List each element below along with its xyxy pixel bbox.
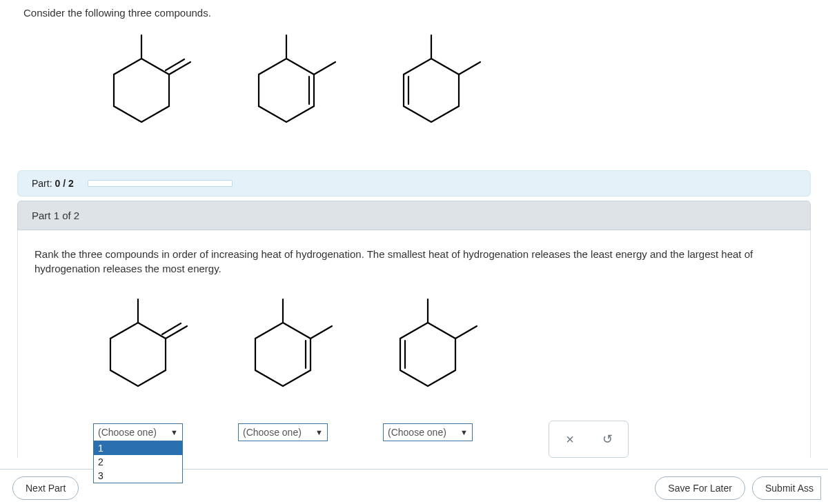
svg-line-14 bbox=[166, 326, 187, 339]
svg-marker-16 bbox=[255, 323, 310, 386]
compound-3-answer bbox=[369, 290, 486, 407]
compounds-row-answer bbox=[34, 283, 793, 427]
submit-assignment-button[interactable]: Submit Ass bbox=[752, 476, 821, 500]
rank-select-3[interactable]: (Choose one) ▼ bbox=[383, 423, 473, 441]
next-part-button[interactable]: Next Part bbox=[12, 476, 79, 500]
svg-line-18 bbox=[310, 326, 332, 339]
rank-option-1[interactable]: 1 bbox=[94, 441, 182, 455]
answer-tools: × ↺ bbox=[549, 421, 629, 458]
compound-1-answer bbox=[79, 290, 197, 407]
rank-select-1[interactable]: (Choose one) ▼ bbox=[93, 423, 183, 441]
question-stem: Consider the following three compounds. bbox=[0, 0, 828, 19]
svg-marker-12 bbox=[110, 323, 166, 386]
caret-down-icon: ▼ bbox=[460, 428, 468, 436]
rank-select-2-wrap: (Choose one) ▼ bbox=[238, 423, 328, 441]
reset-icon: ↺ bbox=[602, 432, 613, 447]
svg-line-3 bbox=[166, 59, 184, 70]
part-header: Part 1 of 2 bbox=[17, 201, 811, 230]
clear-button[interactable]: × bbox=[562, 431, 578, 447]
compound-2 bbox=[228, 26, 345, 143]
answer-selects-row: (Choose one) ▼ 1 2 3 (Choose one) ▼ bbox=[34, 423, 793, 458]
svg-line-2 bbox=[169, 62, 190, 74]
svg-marker-8 bbox=[404, 59, 459, 122]
svg-line-15 bbox=[162, 323, 181, 334]
part-progress-bar: Part: 0 / 2 bbox=[17, 170, 811, 196]
svg-marker-4 bbox=[259, 59, 314, 122]
svg-line-6 bbox=[314, 62, 335, 74]
compounds-row-top bbox=[0, 19, 828, 163]
close-icon: × bbox=[566, 432, 574, 447]
reset-button[interactable]: ↺ bbox=[599, 431, 615, 447]
footer-right: Save For Later Submit Ass bbox=[655, 476, 821, 500]
progress-track bbox=[88, 180, 233, 187]
caret-down-icon: ▼ bbox=[315, 428, 323, 436]
rank-option-2[interactable]: 2 bbox=[94, 455, 182, 469]
rank-select-1-dropdown: 1 2 3 bbox=[93, 441, 183, 483]
rank-select-1-wrap: (Choose one) ▼ 1 2 3 bbox=[93, 423, 183, 441]
progress-label: Part: 0 / 2 bbox=[32, 178, 74, 189]
compound-3 bbox=[373, 26, 490, 143]
rank-select-3-wrap: (Choose one) ▼ bbox=[383, 423, 473, 441]
svg-marker-20 bbox=[400, 323, 455, 386]
rank-select-2-placeholder: (Choose one) bbox=[243, 427, 302, 438]
rank-option-3[interactable]: 3 bbox=[94, 469, 182, 483]
rank-select-1-placeholder: (Choose one) bbox=[98, 427, 157, 438]
save-for-later-button[interactable]: Save For Later bbox=[655, 476, 745, 500]
svg-line-22 bbox=[455, 326, 477, 339]
caret-down-icon: ▼ bbox=[170, 428, 178, 436]
rank-select-3-placeholder: (Choose one) bbox=[388, 427, 446, 438]
svg-line-10 bbox=[459, 62, 480, 74]
question-prompt: Rank the three compounds in order of inc… bbox=[34, 247, 793, 276]
svg-marker-0 bbox=[114, 59, 169, 122]
rank-select-2[interactable]: (Choose one) ▼ bbox=[238, 423, 328, 441]
compound-1 bbox=[83, 26, 200, 143]
compound-2-answer bbox=[224, 290, 342, 407]
part-body: Rank the three compounds in order of inc… bbox=[17, 230, 811, 458]
